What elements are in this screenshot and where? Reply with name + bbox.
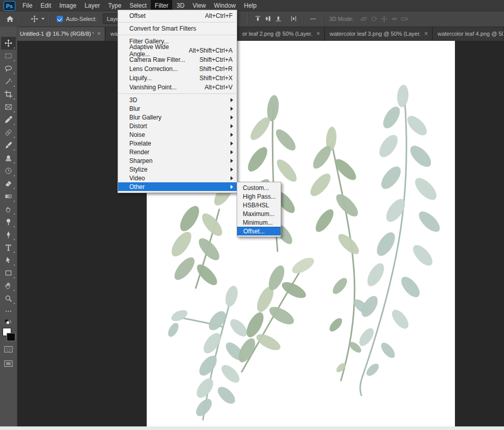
menu-filter[interactable]: Filter bbox=[151, 0, 173, 11]
object-selection-tool[interactable] bbox=[1, 75, 16, 88]
smudge-tool[interactable] bbox=[1, 203, 16, 216]
clone-stamp-tool[interactable] bbox=[1, 152, 16, 164]
menu-item-pixelate[interactable]: Pixelate bbox=[118, 139, 237, 148]
healing-brush-tool[interactable] bbox=[1, 126, 16, 139]
tab-label: watercolor leaf 3.png @ 50% (Layer... bbox=[325, 31, 421, 37]
hand-tool[interactable] bbox=[1, 279, 16, 292]
menu-item-stylize[interactable]: Stylize bbox=[118, 165, 237, 174]
type-tool[interactable] bbox=[1, 241, 16, 254]
orbit-3d-icon bbox=[359, 14, 369, 23]
rectangle-tool[interactable] bbox=[1, 267, 16, 279]
menu-item-distort[interactable]: Distort bbox=[118, 122, 237, 130]
document-tab[interactable]: watercolor leaf 4.png @ 50% bbox=[433, 27, 504, 41]
menu-item-sharpen[interactable]: Sharpen bbox=[118, 156, 237, 165]
dodge-tool[interactable] bbox=[1, 216, 16, 228]
ellipsis-tool[interactable] bbox=[1, 305, 16, 318]
photoshop-logo: Ps bbox=[4, 1, 15, 11]
close-icon[interactable]: × bbox=[313, 30, 324, 37]
close-icon[interactable]: × bbox=[421, 30, 432, 37]
menu-type[interactable]: Type bbox=[104, 0, 125, 11]
move-tool-icon[interactable] bbox=[29, 14, 39, 23]
tab-label: wa bbox=[106, 31, 118, 37]
menu-item-render[interactable]: Render bbox=[118, 148, 237, 156]
path-selection-tool[interactable] bbox=[1, 254, 16, 267]
foreground-background-swatches[interactable] bbox=[3, 328, 15, 341]
align-top-edges-icon[interactable] bbox=[253, 14, 263, 23]
photoshop-window: Ps FileEditImageLayerTypeSelectFilter3DV… bbox=[0, 0, 504, 430]
background-color-swatch[interactable] bbox=[7, 333, 15, 341]
crop-tool[interactable] bbox=[1, 88, 16, 101]
menu-item-camera-raw-filter[interactable]: Camera Raw Filter...Shift+Ctrl+A bbox=[118, 55, 237, 64]
eyedropper-tool[interactable] bbox=[1, 113, 16, 126]
bottom-strip bbox=[0, 426, 504, 430]
align-vertical-centers-icon[interactable] bbox=[263, 14, 273, 23]
more-options-icon[interactable] bbox=[308, 14, 318, 23]
move-tool[interactable] bbox=[1, 37, 16, 50]
marquee-tool[interactable] bbox=[1, 50, 16, 62]
distribute-horizontal-icon[interactable] bbox=[288, 14, 299, 23]
menu-bar: Ps FileEditImageLayerTypeSelectFilter3DV… bbox=[0, 0, 504, 11]
auto-select-checkbox[interactable] bbox=[57, 16, 63, 22]
quick-mask-icon[interactable] bbox=[1, 343, 16, 355]
gradient-tool[interactable] bbox=[1, 190, 16, 203]
menu-item-blur[interactable]: Blur bbox=[118, 104, 237, 113]
menu-item-convert-for-smart-filters[interactable]: Convert for Smart Filters bbox=[118, 24, 237, 33]
menu-item-adaptive-wide-angle[interactable]: Adaptive Wide Angle...Alt+Shift+Ctrl+A bbox=[118, 46, 237, 55]
close-icon[interactable]: × bbox=[94, 30, 105, 37]
lasso-tool[interactable] bbox=[1, 62, 16, 75]
menu-window[interactable]: Window bbox=[210, 0, 240, 11]
menu-image[interactable]: Image bbox=[55, 0, 80, 11]
submenu-arrow-icon bbox=[231, 107, 233, 111]
submenu-item-high-pass[interactable]: High Pass... bbox=[237, 192, 281, 201]
pen-tool[interactable] bbox=[1, 228, 16, 241]
document-tab-bar: Untitled-1 @ 16.7% (RGB/8) *×waor leaf 2… bbox=[0, 27, 504, 41]
slide-3d-icon bbox=[390, 14, 400, 23]
menu-item-3d[interactable]: 3D bbox=[118, 95, 237, 104]
submenu-arrow-icon bbox=[231, 168, 233, 172]
menu-3d[interactable]: 3D bbox=[172, 0, 188, 11]
brush-tool[interactable] bbox=[1, 139, 16, 152]
menu-separator bbox=[119, 93, 236, 94]
menu-select[interactable]: Select bbox=[125, 0, 150, 11]
menu-edit[interactable]: Edit bbox=[36, 0, 55, 11]
other-submenu: Custom...High Pass...HSB/HSLMaximum...Mi… bbox=[237, 182, 281, 237]
submenu-item-minimum[interactable]: Minimum... bbox=[237, 218, 281, 227]
menu-item-lens-correction[interactable]: Lens Correction...Shift+Ctrl+R bbox=[118, 64, 237, 74]
menu-item-vanishing-point[interactable]: Vanishing Point...Alt+Ctrl+V bbox=[118, 83, 237, 92]
3d-mode-label: 3D Mode: bbox=[329, 16, 354, 22]
menu-layer[interactable]: Layer bbox=[80, 0, 104, 11]
swap-colors-icon[interactable] bbox=[1, 318, 16, 327]
document-tab[interactable]: or leaf 2.png @ 50% (Layer...× bbox=[238, 27, 325, 41]
separator bbox=[247, 13, 248, 25]
dolly-camera-icon bbox=[400, 14, 410, 23]
submenu-arrow-icon bbox=[231, 176, 233, 180]
frame-tool[interactable] bbox=[1, 101, 16, 113]
submenu-item-offset[interactable]: Offset... bbox=[237, 227, 281, 235]
submenu-item-maximum[interactable]: Maximum... bbox=[237, 209, 281, 218]
chevron-down-icon[interactable] bbox=[41, 18, 44, 20]
separator bbox=[19, 13, 20, 25]
submenu-item-custom[interactable]: Custom... bbox=[237, 183, 281, 192]
menu-item-noise[interactable]: Noise bbox=[118, 130, 237, 139]
menu-help[interactable]: Help bbox=[240, 0, 261, 11]
eraser-tool[interactable] bbox=[1, 177, 16, 190]
submenu-arrow-icon bbox=[231, 185, 233, 189]
submenu-arrow-icon bbox=[231, 98, 233, 102]
align-bottom-edges-icon[interactable] bbox=[273, 14, 283, 23]
document-tab[interactable]: Untitled-1 @ 16.7% (RGB/8) *× bbox=[15, 27, 105, 41]
menu-file[interactable]: File bbox=[18, 0, 36, 11]
zoom-tool[interactable] bbox=[1, 292, 16, 305]
document-tab[interactable]: watercolor leaf 3.png @ 50% (Layer...× bbox=[325, 27, 432, 41]
menu-item-offset[interactable]: OffsetAlt+Ctrl+F bbox=[118, 11, 237, 20]
tools-panel bbox=[0, 27, 17, 426]
menu-item-blur-gallery[interactable]: Blur Gallery bbox=[118, 113, 237, 122]
filter-menu-dropdown: OffsetAlt+Ctrl+FConvert for Smart Filter… bbox=[118, 10, 237, 193]
menu-item-other[interactable]: Other bbox=[118, 182, 237, 191]
screen-mode-icon[interactable] bbox=[1, 357, 16, 370]
submenu-item-hsb-hsl[interactable]: HSB/HSL bbox=[237, 201, 281, 209]
home-icon[interactable] bbox=[5, 14, 15, 23]
menu-view[interactable]: View bbox=[189, 0, 210, 11]
history-brush-tool[interactable] bbox=[1, 164, 16, 177]
menu-item-liquify[interactable]: Liquify...Shift+Ctrl+X bbox=[118, 74, 237, 83]
menu-item-video[interactable]: Video bbox=[118, 174, 237, 182]
